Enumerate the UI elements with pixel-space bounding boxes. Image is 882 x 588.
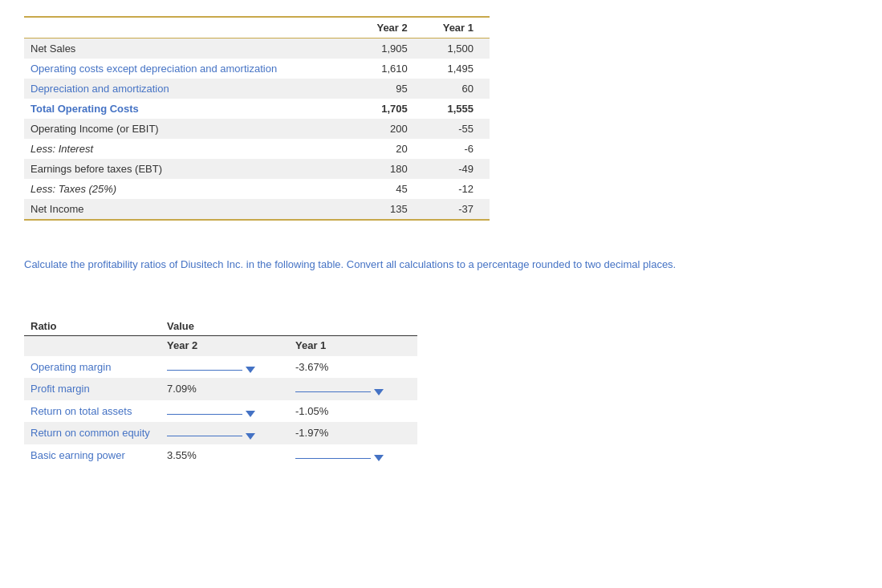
- income-row-label: Net Income: [24, 199, 358, 220]
- ratio-row-year1: -1.97%: [289, 422, 417, 444]
- income-row-year1: 1,555: [424, 99, 490, 119]
- ratio-sub-year1: Year 1: [289, 335, 417, 356]
- dropdown-arrow-icon[interactable]: [246, 367, 255, 373]
- dropdown-arrow-icon[interactable]: [374, 389, 384, 395]
- income-row-label: Earnings before taxes (EBT): [24, 159, 358, 179]
- instruction-text: Calculate the profitability ratios of Di…: [24, 257, 858, 273]
- income-row-year1: -37: [424, 199, 490, 220]
- ratio-row-year2[interactable]: [161, 356, 289, 379]
- income-row-year2: 1,705: [358, 99, 424, 119]
- ratio-row-label: Return on total assets: [24, 400, 161, 423]
- ratio-row-label: Operating margin: [24, 356, 161, 379]
- income-row-year1: -55: [424, 119, 490, 139]
- ratio-row-label: Return on common equity: [24, 422, 161, 444]
- income-statement-table: Year 2 Year 1 Net Sales1,9051,500Operati…: [24, 16, 490, 221]
- ratio-row-year2: 7.09%: [161, 378, 289, 400]
- income-row-year2: 1,610: [358, 59, 424, 79]
- income-row-label: Depreciation and amortization: [24, 79, 358, 99]
- income-row-year2: 200: [358, 119, 424, 139]
- income-row-year2: 95: [358, 79, 424, 99]
- ratio-row-year2: 3.55%: [161, 444, 289, 467]
- income-row-label: Operating costs except depreciation and …: [24, 59, 358, 79]
- income-col-year2: Year 2: [358, 17, 424, 39]
- income-row-label: Operating Income (or EBIT): [24, 119, 358, 139]
- dropdown-arrow-icon[interactable]: [246, 411, 255, 417]
- ratio-sub-empty: [24, 335, 161, 356]
- income-row-year2: 45: [358, 179, 424, 199]
- income-row-year1: 60: [424, 79, 490, 99]
- income-row-label: Less: Interest: [24, 139, 358, 159]
- income-row-year1: 1,500: [424, 39, 490, 59]
- income-row-year1: -6: [424, 139, 490, 159]
- ratio-row-label: Basic earning power: [24, 444, 161, 467]
- ratio-row-label: Profit margin: [24, 378, 161, 400]
- ratio-row-year1: -3.67%: [289, 356, 417, 379]
- ratio-sub-year2: Year 2: [161, 335, 289, 356]
- income-row-year1: 1,495: [424, 59, 490, 79]
- ratio-row-year1: -1.05%: [289, 400, 417, 423]
- dropdown-arrow-icon[interactable]: [374, 455, 384, 461]
- ratio-row-year2[interactable]: [161, 400, 289, 423]
- ratio-table: Ratio Value Year 2 Year 1 Operating marg…: [24, 317, 417, 467]
- ratio-row-year1[interactable]: [289, 444, 417, 467]
- ratio-row-year2[interactable]: [161, 422, 289, 444]
- income-row-label: Less: Taxes (25%): [24, 179, 358, 199]
- income-row-year2: 1,905: [358, 39, 424, 59]
- ratio-section: Ratio Value Year 2 Year 1 Operating marg…: [24, 317, 858, 467]
- income-row-label: Net Sales: [24, 39, 358, 59]
- income-row-label: Total Operating Costs: [24, 99, 358, 119]
- income-row-year2: 20: [358, 139, 424, 159]
- income-row-year1: -49: [424, 159, 490, 179]
- income-row-year2: 135: [358, 199, 424, 220]
- ratio-col-header: Ratio: [24, 317, 161, 336]
- income-row-year1: -12: [424, 179, 490, 199]
- income-col-label: [24, 17, 358, 39]
- value-col-header: Value: [161, 317, 417, 336]
- income-row-year2: 180: [358, 159, 424, 179]
- dropdown-arrow-icon[interactable]: [246, 433, 255, 440]
- ratio-row-year1[interactable]: [289, 378, 417, 400]
- income-col-year1: Year 1: [424, 17, 490, 39]
